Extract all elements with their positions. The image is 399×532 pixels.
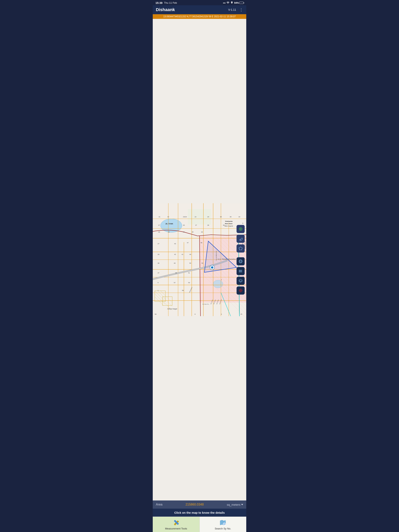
svg-point-142 <box>239 271 239 271</box>
status-date: Thu 11 Feb <box>164 1 177 4</box>
area-unit: sq_meters <box>227 503 240 506</box>
svg-text:31: 31 <box>159 216 160 218</box>
polygon-button[interactable] <box>237 244 245 253</box>
svg-line-163 <box>225 525 226 526</box>
battery-bar <box>239 2 244 4</box>
search-sy-no-label: Search Sy No. <box>215 527 231 530</box>
satellite-view-button[interactable] <box>237 257 245 266</box>
svg-text:1: 1 <box>221 279 222 281</box>
battery-pct: 94% <box>234 1 239 4</box>
layers-button[interactable] <box>237 277 245 285</box>
svg-text:52: 52 <box>201 262 203 264</box>
svg-point-122 <box>240 228 241 230</box>
svg-text:51: 51 <box>188 272 190 274</box>
status-icons: ▪▪▪▪ 94% <box>223 1 244 5</box>
map-tools-panel <box>237 225 245 295</box>
svg-text:35: 35 <box>230 216 232 218</box>
svg-text:53: 53 <box>188 282 190 284</box>
svg-text:Yelahanka: Yelahanka <box>225 221 233 222</box>
svg-text:28: 28 <box>207 224 209 226</box>
svg-text:45: 45 <box>192 231 193 233</box>
svg-text:56: 56 <box>182 290 184 291</box>
target-button[interactable] <box>237 286 245 295</box>
svg-text:8: 8 <box>242 222 243 224</box>
app-title: Dishaank <box>156 7 175 12</box>
svg-text:Aditya Nagar: Aditya Nagar <box>167 308 177 310</box>
measurement-tools-icon <box>173 519 180 526</box>
measurement-tools-tab[interactable]: Measurement Tools <box>153 517 200 532</box>
svg-text:48: 48 <box>200 242 202 244</box>
svg-text:47: 47 <box>187 242 189 244</box>
status-bar: 15:39 Thu 11 Feb ▪▪▪▪ 94% <box>153 0 246 5</box>
area-label: Area <box>156 503 162 506</box>
svg-text:K.G. Thindlu Plantation: K.G. Thindlu Plantation <box>218 258 236 260</box>
svg-text:38: 38 <box>175 272 177 274</box>
list-view-button[interactable] <box>237 267 245 275</box>
svg-text:28: 28 <box>158 231 160 233</box>
svg-text:32: 32 <box>167 216 169 218</box>
svg-text:44: 44 <box>183 231 185 233</box>
svg-text:New Town: New Town <box>225 223 233 225</box>
svg-text:24: 24 <box>168 231 170 233</box>
status-time: 15:39 <box>155 1 162 5</box>
svg-text:1: 1 <box>158 290 159 291</box>
svg-rect-123 <box>240 238 243 241</box>
svg-text:27: 27 <box>195 224 197 226</box>
svg-text:36: 36 <box>158 262 159 264</box>
measurement-tools-label: Measurement Tools <box>165 527 187 530</box>
svg-text:26_TANK: 26_TANK <box>165 223 173 225</box>
area-unit-container[interactable]: sq_meters <box>227 503 243 506</box>
svg-text:6: 6 <box>195 313 196 315</box>
svg-text:34: 34 <box>238 216 240 218</box>
svg-text:Agricultural: Agricultural <box>216 255 217 260</box>
area-value: 215860.0348 <box>186 503 204 506</box>
svg-point-143 <box>239 272 239 272</box>
battery-indicator: 94% <box>234 1 244 4</box>
svg-text:36: 36 <box>220 216 222 218</box>
svg-text:49: 49 <box>189 253 191 255</box>
svg-text:37: 37 <box>158 272 159 274</box>
gps-icon <box>231 1 233 5</box>
svg-text:30: 30 <box>223 224 225 226</box>
map-svg: 26_TANK Yelahanka New Town Attur Layout … <box>153 19 246 500</box>
svg-text:23/24: 23/24 <box>183 216 187 218</box>
svg-text:42: 42 <box>174 253 176 255</box>
svg-text:Attur Layout: Attur Layout <box>225 225 233 227</box>
svg-text:5th Main Ro...: 5th Main Ro... <box>202 304 210 305</box>
svg-text:27: 27 <box>158 243 159 245</box>
wifi-icon <box>226 1 230 4</box>
svg-point-164 <box>223 523 225 525</box>
svg-text:29: 29 <box>207 216 209 218</box>
globe-view-button[interactable] <box>237 225 245 233</box>
coords-bar: 13.093447345321152 N,77.561542941329 59 … <box>153 14 246 19</box>
svg-text:57: 57 <box>174 282 175 284</box>
svg-point-53 <box>211 266 213 269</box>
search-sy-no-tab[interactable]: Search Sy No. <box>200 517 246 532</box>
svg-point-130 <box>241 249 242 250</box>
svg-text:43: 43 <box>174 243 176 245</box>
info-text: Click on the map to know the details <box>174 511 225 514</box>
svg-point-129 <box>242 247 243 248</box>
svg-text:29: 29 <box>158 253 159 255</box>
app-header: Dishaank V-1.11 ⋮ <box>153 5 246 14</box>
svg-marker-144 <box>239 279 242 281</box>
svg-point-141 <box>239 270 239 271</box>
svg-text:4: 4 <box>221 313 222 315</box>
map-container[interactable]: 26_TANK Yelahanka New Town Attur Layout … <box>153 19 246 500</box>
svg-text:58: 58 <box>155 313 156 315</box>
svg-point-131 <box>239 249 240 250</box>
svg-point-32 <box>213 280 223 288</box>
svg-text:50: 50 <box>189 262 191 264</box>
svg-text:46: 46 <box>201 231 203 233</box>
signal-icon: ▪▪▪▪ <box>223 1 225 4</box>
search-sy-no-icon <box>219 519 226 526</box>
measure-button[interactable] <box>237 235 245 243</box>
menu-button[interactable]: ⋮ <box>239 8 243 12</box>
svg-point-128 <box>240 247 241 247</box>
bottom-nav: Measurement Tools Search Sy No. <box>153 517 246 532</box>
svg-text:40: 40 <box>174 262 175 264</box>
svg-point-147 <box>240 290 241 291</box>
info-bar: Click on the map to know the details <box>153 509 246 517</box>
unit-dropdown-arrow[interactable] <box>241 504 243 505</box>
svg-point-132 <box>239 247 239 248</box>
